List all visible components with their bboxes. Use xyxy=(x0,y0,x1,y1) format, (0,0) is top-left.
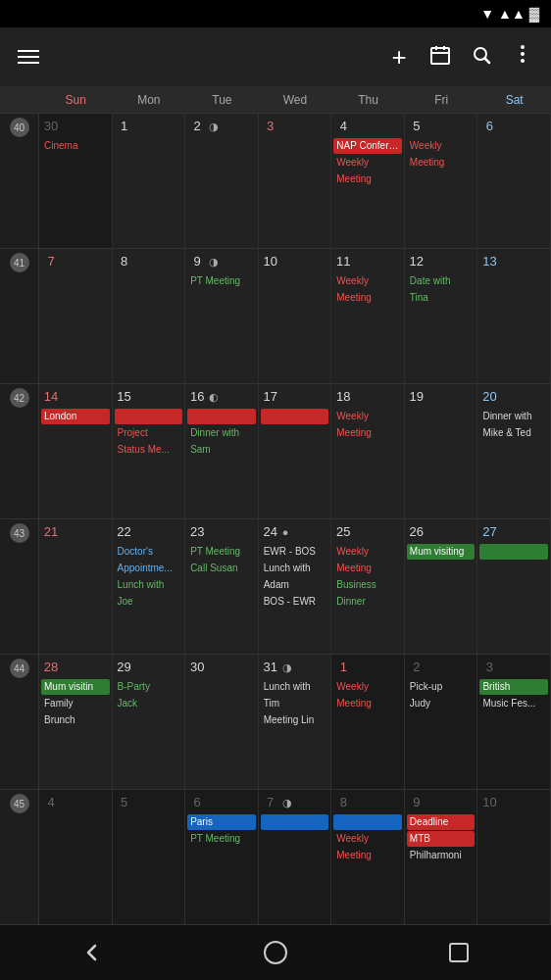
event-item[interactable]: Meeting xyxy=(333,290,402,306)
day-cell-w4-d1[interactable]: 29B-PartyJack xyxy=(113,655,186,789)
event-item[interactable]: Meeting xyxy=(407,155,476,171)
day-cell-w4-d0[interactable]: 28Mum visitinFamilyBrunch xyxy=(39,655,113,789)
event-item[interactable]: MTB xyxy=(407,831,476,847)
event-item[interactable]: Brunch xyxy=(41,712,110,728)
day-cell-w3-d3[interactable]: 24●EWR - BOSLunch withAdamBOS - EWR xyxy=(259,519,332,654)
event-item[interactable]: Music Fes... xyxy=(479,696,548,711)
event-item[interactable]: Tim xyxy=(261,696,329,711)
day-cell-w5-d4[interactable]: 8 WeeklyMeeting xyxy=(331,790,405,924)
event-item[interactable]: EWR - BOS xyxy=(261,544,329,560)
add-event-button[interactable]: + xyxy=(380,34,418,80)
day-cell-w3-d4[interactable]: 25WeeklyMeetingBusinessDinner xyxy=(331,519,405,654)
event-item[interactable]: Joe xyxy=(115,594,183,610)
day-cell-w5-d1[interactable]: 5 xyxy=(113,790,186,924)
event-item[interactable]: Family xyxy=(41,696,110,711)
day-cell-w5-d2[interactable]: 6ParisPT Meeting xyxy=(185,790,259,924)
day-cell-w4-d4[interactable]: 1WeeklyMeeting xyxy=(331,655,405,789)
event-item[interactable]: Dinner with xyxy=(479,409,548,424)
more-options-button[interactable] xyxy=(504,43,541,71)
day-cell-w5-d3[interactable]: 7◑ xyxy=(259,790,332,924)
event-item[interactable]: PT Meeting xyxy=(187,831,256,847)
day-cell-w1-d6[interactable]: 13 xyxy=(477,249,551,383)
day-cell-w4-d2[interactable]: 30 xyxy=(185,655,259,789)
event-item[interactable]: Date with xyxy=(407,273,476,289)
recents-button[interactable] xyxy=(434,943,483,962)
event-item[interactable]: Judy xyxy=(407,696,476,711)
event-item[interactable]: NAP Conference xyxy=(333,138,402,154)
event-item[interactable]: Adam xyxy=(261,577,329,593)
event-item[interactable]: Weekly xyxy=(333,155,402,171)
event-item[interactable]: Cinema xyxy=(41,138,110,154)
event-item[interactable]: Doctor's xyxy=(115,544,183,560)
day-cell-w4-d3[interactable]: 31◑Lunch withTimMeeting Lin xyxy=(259,655,332,789)
day-cell-w1-d5[interactable]: 12Date withTina xyxy=(405,249,478,383)
event-item[interactable]: Lunch with xyxy=(115,577,183,593)
day-cell-w0-d4[interactable]: 4NAP ConferenceWeeklyMeeting xyxy=(331,114,405,248)
day-cell-w1-d2[interactable]: 9◑PT Meeting xyxy=(185,249,259,383)
calendar-view-button[interactable] xyxy=(422,36,459,78)
search-button[interactable] xyxy=(463,36,500,78)
event-item[interactable]: Sam xyxy=(187,442,256,458)
event-item[interactable]: Meeting Lin xyxy=(261,712,329,728)
day-cell-w3-d0[interactable]: 21 xyxy=(39,519,113,654)
back-button[interactable] xyxy=(68,941,117,964)
event-item[interactable]: Meeting xyxy=(333,848,402,863)
event-item[interactable]: Business xyxy=(333,577,402,593)
day-cell-w5-d6[interactable]: 10 xyxy=(477,790,551,924)
event-item[interactable]: Tina xyxy=(407,290,476,306)
event-item[interactable]: Weekly xyxy=(407,138,476,154)
event-item[interactable]: PT Meeting xyxy=(187,544,256,560)
day-cell-w3-d2[interactable]: 23PT MeetingCall Susan xyxy=(185,519,259,654)
day-cell-w0-d0[interactable]: 30Cinema xyxy=(39,114,113,248)
day-cell-w2-d5[interactable]: 19 xyxy=(405,384,478,518)
event-item[interactable]: Meeting xyxy=(333,561,402,576)
event-item[interactable]: Appointme... xyxy=(115,561,183,576)
event-item[interactable]: Call Susan xyxy=(187,561,256,576)
day-cell-w2-d1[interactable]: 15 ProjectStatus Me... xyxy=(113,384,186,518)
day-cell-w5-d5[interactable]: 9DeadlineMTBPhilharmoni xyxy=(405,790,478,924)
event-item[interactable]: Meeting xyxy=(333,425,402,441)
day-cell-w4-d6[interactable]: 3BritishMusic Fes... xyxy=(477,655,551,789)
event-item[interactable]: Weekly xyxy=(333,831,402,847)
day-cell-w3-d6[interactable]: 27 xyxy=(477,519,551,654)
day-cell-w5-d0[interactable]: 4 xyxy=(39,790,113,924)
event-item[interactable]: Meeting xyxy=(333,172,402,187)
event-item[interactable]: Lunch with xyxy=(261,679,329,695)
day-cell-w1-d4[interactable]: 11WeeklyMeeting xyxy=(331,249,405,383)
day-cell-w2-d4[interactable]: 18WeeklyMeeting xyxy=(331,384,405,518)
event-item[interactable]: British xyxy=(479,679,548,695)
day-cell-w1-d0[interactable]: 7 xyxy=(39,249,113,383)
event-item[interactable]: Pick-up xyxy=(407,679,476,695)
event-item[interactable]: Dinner xyxy=(333,594,402,610)
event-item[interactable]: Philharmoni xyxy=(407,848,476,863)
day-cell-w2-d6[interactable]: 20Dinner withMike & Ted xyxy=(477,384,551,518)
event-item[interactable]: Lunch with xyxy=(261,561,329,576)
menu-button[interactable] xyxy=(10,38,49,75)
day-cell-w2-d2[interactable]: 16◐ Dinner withSam xyxy=(185,384,259,518)
event-item[interactable]: Paris xyxy=(187,814,256,830)
event-item[interactable]: PT Meeting xyxy=(187,273,256,289)
event-item[interactable]: Weekly xyxy=(333,273,402,289)
day-cell-w1-d3[interactable]: 10 xyxy=(259,249,332,383)
event-item[interactable]: Weekly xyxy=(333,544,402,560)
day-cell-w2-d3[interactable]: 17 xyxy=(259,384,332,518)
day-cell-w0-d3[interactable]: 3 xyxy=(259,114,332,248)
event-item[interactable]: Mum visitin xyxy=(41,679,110,695)
event-item[interactable]: Deadline xyxy=(407,814,476,830)
day-cell-w0-d1[interactable]: 1 xyxy=(113,114,186,248)
event-item[interactable]: Dinner with xyxy=(187,425,256,441)
day-cell-w3-d5[interactable]: 26Mum visiting xyxy=(405,519,478,654)
day-cell-w2-d0[interactable]: 14London xyxy=(39,384,113,518)
event-item[interactable]: B-Party xyxy=(115,679,183,695)
event-item[interactable]: Weekly xyxy=(333,409,402,424)
event-item[interactable]: Weekly xyxy=(333,679,402,695)
home-button[interactable] xyxy=(251,941,300,964)
event-item[interactable]: Mike & Ted xyxy=(479,425,548,441)
event-item[interactable]: Jack xyxy=(115,696,183,711)
event-item[interactable]: Project xyxy=(115,425,183,441)
day-cell-w0-d6[interactable]: 6 xyxy=(477,114,551,248)
day-cell-w0-d2[interactable]: 2◑ xyxy=(185,114,259,248)
event-item[interactable]: BOS - EWR xyxy=(261,594,329,610)
day-cell-w0-d5[interactable]: 5WeeklyMeeting xyxy=(405,114,478,248)
day-cell-w1-d1[interactable]: 8 xyxy=(113,249,186,383)
